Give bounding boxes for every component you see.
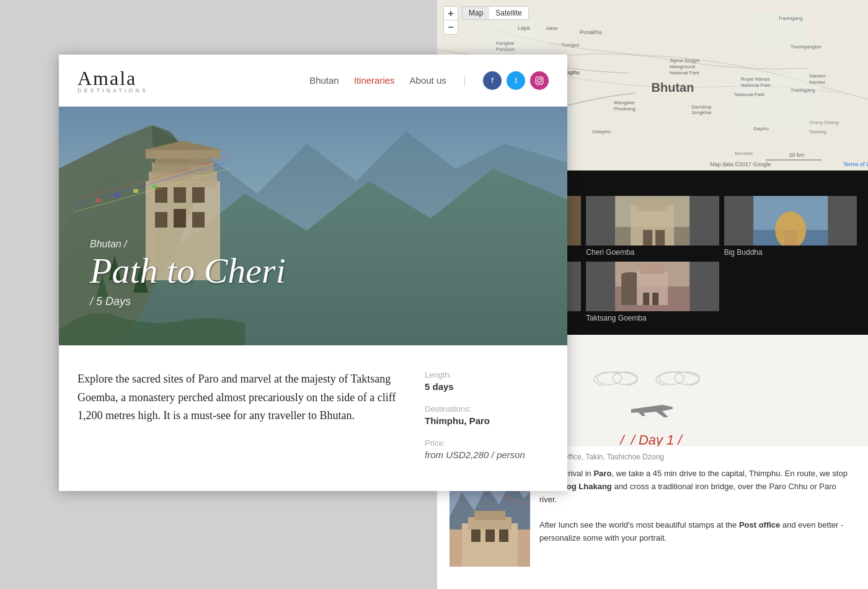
destinations-detail: Destinations: Thimphu, Paro — [425, 404, 549, 426]
svg-text:Wangchuck: Wangchuck — [670, 64, 696, 69]
content-section: Explore the sacred sites of Paro and mar… — [59, 345, 567, 491]
hero-section: Bhutan / Path to Cheri / 5 Days — [59, 107, 567, 345]
svg-text:Bhutan: Bhutan — [652, 81, 694, 94]
svg-text:Bomidia: Bomidia — [735, 151, 753, 156]
svg-rect-57 — [655, 230, 665, 246]
price-detail: Price: from USD2,280 / person — [425, 438, 549, 460]
svg-rect-102 — [174, 209, 186, 228]
svg-text:Trashigang: Trashigang — [790, 87, 815, 93]
twitter-icon[interactable]: t — [507, 71, 525, 90]
svg-text:Saisteri: Saisteri — [809, 73, 826, 79]
length-value: 5 days — [425, 381, 549, 392]
svg-rect-55 — [637, 199, 668, 211]
thumbnail-buddha[interactable]: Big Buddha — [724, 196, 857, 257]
nav-about[interactable]: About us — [410, 75, 446, 86]
svg-text:Map data ©2017 Google: Map data ©2017 Google — [710, 161, 771, 167]
social-icons: f t — [483, 71, 549, 90]
svg-text:Jongkhar: Jongkhar — [691, 110, 712, 115]
svg-text:Laya: Laya — [518, 25, 530, 31]
site-logo[interactable]: Amala DESTINATIONS — [78, 67, 148, 94]
svg-point-91 — [541, 78, 542, 79]
thumb-label-cheri: Cheri Goemba — [586, 248, 719, 257]
hero-overlay: Bhutan / Path to Cheri / 5 Days — [90, 239, 286, 308]
svg-text:Saiphu: Saiphu — [753, 126, 769, 131]
instagram-icon[interactable] — [530, 71, 549, 90]
svg-rect-97 — [146, 150, 220, 159]
thumbnail-cheri[interactable]: Cheri Goemba — [586, 196, 719, 257]
svg-rect-88 — [499, 529, 508, 542]
svg-rect-99 — [174, 187, 186, 203]
svg-rect-101 — [155, 212, 167, 228]
svg-text:Phodrang: Phodrang — [614, 106, 636, 112]
svg-rect-87 — [485, 529, 495, 542]
svg-text:Kangkar: Kangkar — [496, 40, 515, 46]
svg-point-75 — [613, 372, 637, 384]
svg-text:Orang Dirang: Orang Dirang — [809, 120, 839, 125]
svg-text:Punakha: Punakha — [580, 29, 602, 35]
svg-text:National Park: National Park — [735, 92, 765, 97]
svg-point-78 — [675, 372, 699, 384]
price-value: from USD2,280 / person — [425, 450, 549, 460]
main-nav: Bhutan Itineraries About us | f t — [309, 71, 549, 90]
svg-text:Royal Manas: Royal Manas — [741, 76, 770, 82]
svg-rect-100 — [192, 187, 205, 203]
svg-text:Samdrup: Samdrup — [691, 104, 712, 110]
nav-itineraries[interactable]: Itineraries — [354, 75, 395, 86]
main-browser: Amala DESTINATIONS Bhutan Itineraries Ab… — [59, 55, 567, 491]
svg-point-90 — [538, 79, 541, 82]
svg-point-77 — [659, 372, 684, 384]
map-type-tabs[interactable]: Map Satellite — [462, 6, 529, 20]
svg-text:Trashiyangtse: Trashiyangtse — [790, 44, 822, 50]
svg-text:Gelephu: Gelephu — [592, 129, 611, 135]
map-tab-satellite[interactable]: Satellite — [489, 7, 528, 19]
trip-description: Explore the sacred sites of Paro and mar… — [78, 370, 400, 472]
svg-point-74 — [597, 372, 622, 384]
svg-text:National Park: National Park — [741, 82, 771, 88]
destinations-value: Thimphu, Paro — [425, 415, 549, 426]
zoom-out-button[interactable]: − — [444, 20, 458, 34]
hero-title: Path to Cheri — [90, 253, 286, 289]
svg-text:National Park: National Park — [670, 70, 700, 76]
site-header: Amala DESTINATIONS Bhutan Itineraries Ab… — [59, 55, 567, 107]
svg-rect-56 — [643, 230, 652, 246]
map-tab-map[interactable]: Map — [463, 7, 489, 19]
svg-text:Nandur: Nandur — [809, 79, 826, 85]
price-label: Price: — [425, 438, 549, 448]
svg-rect-110 — [152, 185, 157, 188]
destinations-label: Destinations: — [425, 404, 549, 414]
map-zoom-controls[interactable]: + − — [443, 6, 458, 35]
zoom-in-button[interactable]: + — [444, 7, 458, 20]
hero-duration: / 5 Days — [90, 295, 286, 308]
thumb-label-buddha: Big Buddha — [724, 248, 857, 257]
thumb-label-taktsang: Taktsang Goemba — [586, 314, 719, 322]
svg-text:Jakar: Jakar — [546, 25, 558, 31]
svg-rect-72 — [652, 293, 658, 305]
day1-description: Upon arrival in Paro, we take a 45 min d… — [539, 467, 856, 567]
svg-rect-107 — [96, 198, 101, 202]
length-detail: Length: 5 days — [425, 370, 549, 392]
svg-text:Trongsa: Trongsa — [561, 42, 580, 48]
svg-text:Wangdue: Wangdue — [614, 100, 636, 105]
svg-rect-83 — [474, 511, 505, 520]
svg-rect-103 — [192, 212, 205, 228]
svg-rect-109 — [133, 189, 138, 193]
thumbnail-taktsang[interactable]: Taktsang Goemba — [586, 262, 719, 322]
length-label: Length: — [425, 370, 549, 379]
logo-name: Amala — [78, 67, 148, 90]
trip-details: Length: 5 days Destinations: Thimphu, Pa… — [425, 370, 549, 472]
svg-rect-71 — [643, 293, 649, 305]
svg-text:Tawang: Tawang — [809, 129, 826, 135]
nav-bhutan[interactable]: Bhutan — [309, 75, 339, 86]
svg-text:Jigme-Singye: Jigme-Singye — [670, 58, 700, 63]
svg-rect-86 — [471, 529, 480, 542]
logo-subtitle: DESTINATIONS — [78, 87, 148, 94]
svg-rect-89 — [536, 77, 543, 84]
svg-rect-98 — [155, 187, 167, 203]
svg-rect-61 — [784, 230, 797, 246]
svg-text:Terms of Use: Terms of Use — [843, 161, 868, 167]
svg-rect-70 — [640, 265, 665, 274]
nav-divider: | — [464, 75, 466, 86]
facebook-icon[interactable]: f — [483, 71, 502, 90]
hero-location: Bhutan / — [90, 239, 286, 250]
svg-text:PunZum: PunZum — [496, 46, 515, 52]
